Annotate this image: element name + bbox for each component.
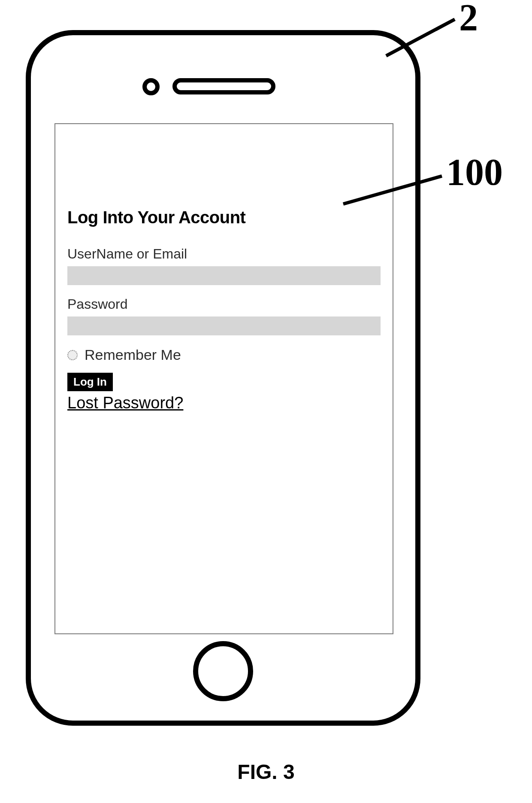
phone-device-frame: Log Into Your Account UserName or Email … xyxy=(26,30,420,726)
phone-screen: Log Into Your Account UserName or Email … xyxy=(54,123,393,634)
callout-label-device: 2 xyxy=(459,0,478,39)
lost-password-link[interactable]: Lost Password? xyxy=(67,394,381,412)
username-label: UserName or Email xyxy=(67,246,381,262)
login-button[interactable]: Log In xyxy=(67,373,113,391)
login-heading: Log Into Your Account xyxy=(67,208,381,227)
username-input[interactable] xyxy=(67,266,381,285)
figure-caption: FIG. 3 xyxy=(0,760,532,784)
camera-icon xyxy=(142,78,160,95)
speaker-icon xyxy=(172,78,275,94)
callout-label-screen: 100 xyxy=(446,150,503,194)
remember-me-label: Remember Me xyxy=(85,347,181,363)
remember-me-checkbox[interactable] xyxy=(67,350,78,360)
home-button[interactable] xyxy=(193,641,253,701)
password-label: Password xyxy=(67,296,381,312)
password-input[interactable] xyxy=(67,316,381,335)
